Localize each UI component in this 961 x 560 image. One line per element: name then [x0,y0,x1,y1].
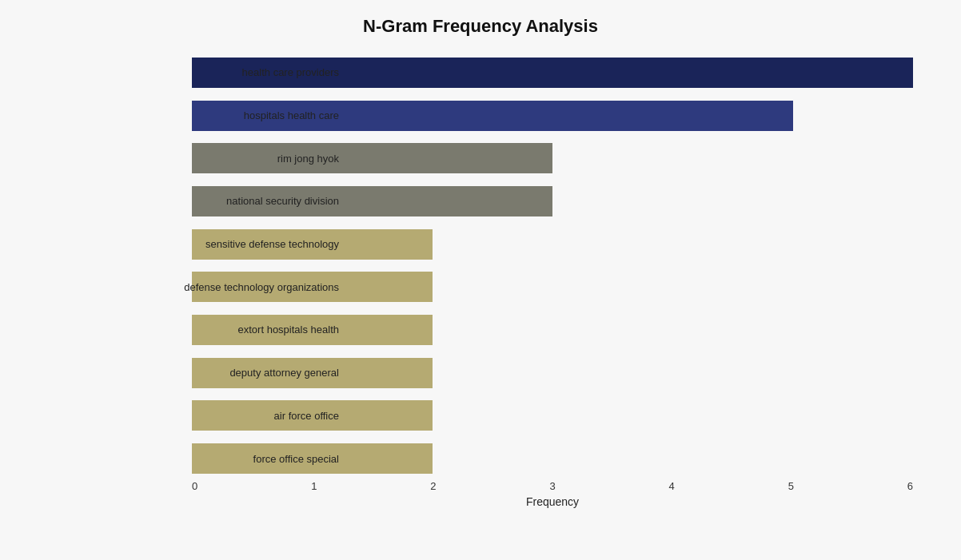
x-tick: 0 [192,480,197,492]
chart-title: N-Gram Frequency Analysis [32,16,929,37]
bar-label: health care providers [32,66,345,78]
chart-area: health care providershospitals health ca… [32,51,929,512]
x-tick: 1 [311,480,317,492]
x-tick: 5 [788,480,794,492]
bar-label: defense technology organizations [32,281,345,293]
bar-label: deputy attorney general [32,367,345,379]
chart-container: N-Gram Frequency Analysis health care pr… [0,0,961,560]
bar-row: sensitive defense technology [192,225,913,264]
bar-row: hospitals health care [192,97,913,135]
x-axis-area: 0123456 Frequency [32,480,929,512]
x-axis-ticks: 0123456 [192,480,913,492]
bar-row: health care providers [192,54,913,92]
bar-label: extort hospitals health [32,324,345,336]
x-tick: 6 [907,480,913,492]
x-axis-label: Frequency [192,495,913,508]
bar-label: national security division [32,195,345,207]
bar-label: air force office [32,410,345,422]
bar-row: deputy attorney general [192,354,913,392]
bar-label: rim jong hyok [32,153,345,165]
x-tick: 3 [549,480,555,492]
bar-row: extort hospitals health [192,311,913,349]
bar-row: rim jong hyok [192,139,913,177]
bar-label: sensitive defense technology [32,238,345,250]
bar-label: hospitals health care [32,109,345,121]
bar-row: defense technology organizations [192,268,913,306]
bars-section: health care providershospitals health ca… [32,51,929,480]
x-tick: 4 [669,480,675,492]
bar-row: air force office [192,396,913,435]
bar-row: force office special [192,439,913,478]
x-tick: 2 [430,480,436,492]
bar-label: force office special [32,453,345,465]
bar-row: national security division [192,182,913,220]
